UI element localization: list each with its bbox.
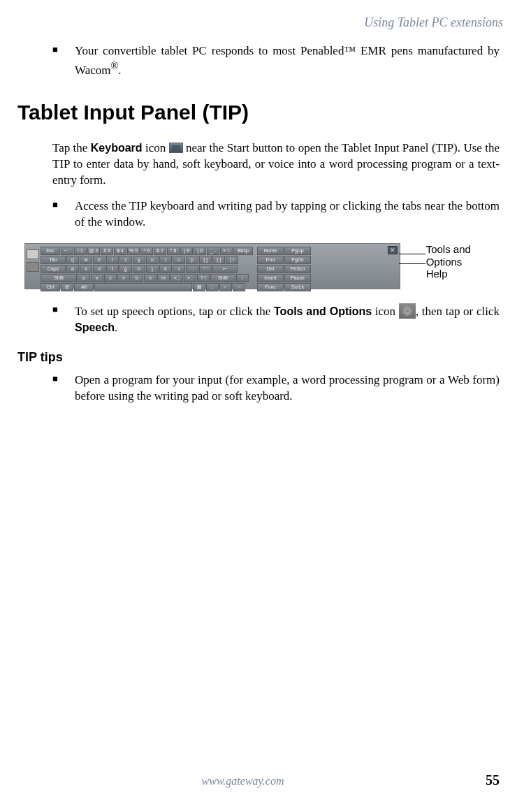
bullet-access: ■ Access the TIP keyboard and writing pa… [52, 198, 507, 231]
intro-bullet-text: Your convertible tablet PC responds to m… [75, 43, 500, 79]
bs-pre: To set up speech options, tap or click t… [75, 305, 274, 318]
p1-mid: icon [143, 141, 169, 154]
bs-post1: , then tap or click [416, 305, 500, 318]
label-speech: Speech [75, 321, 115, 333]
label-tools-options: Tools and Options [274, 305, 372, 317]
bullet-marker: ■ [52, 372, 75, 405]
callout-help: Help [426, 268, 507, 280]
bullet-marker: ■ [52, 303, 75, 336]
bullet-tip: ■ Open a program for your input (for exa… [52, 372, 507, 405]
bullet-access-text: Access the TIP keyboard and writing pad … [75, 198, 500, 231]
page-number: 55 [486, 771, 500, 790]
intro-bullet: ■ Your convertible tablet PC responds to… [52, 43, 507, 79]
tip-keys: Esc~ `! 1@ 2# 3$ 4% 5^ 6& 7* 8( 9) 0_ -+… [41, 247, 397, 286]
callout-labels: Tools and Options Help [426, 243, 507, 280]
bullet-marker: ■ [52, 198, 75, 231]
bullet-speech: ■ To set up speech options, tap or click… [52, 303, 507, 336]
p1-pre: Tap the [52, 141, 91, 154]
bs-post2: . [115, 321, 117, 334]
intro-text-post: . [118, 64, 121, 77]
page-footer: www.gateway.com 55 [0, 771, 524, 790]
heading-tip: Tablet Input Panel (TIP) [17, 99, 507, 127]
tip-side-tabs [27, 249, 39, 275]
bullet-marker: ■ [52, 43, 75, 79]
label-keyboard: Keyboard [91, 142, 143, 154]
tip-keyboard-figure: ✕ Esc~ `! 1@ 2# 3$ 4% 5^ 6& 7* 8( 9) 0_ … [24, 243, 507, 289]
footer-url: www.gateway.com [0, 774, 486, 789]
bullet-speech-text: To set up speech options, tap or click t… [75, 303, 500, 336]
bs-mid: icon [372, 305, 399, 318]
para-tip-intro: Tap the Keyboard icon near the Start but… [52, 140, 500, 189]
keyboard-icon [169, 143, 183, 153]
callout-tools: Tools and Options [426, 243, 507, 268]
tip-keyboard-panel: ✕ Esc~ `! 1@ 2# 3$ 4% 5^ 6& 7* 8( 9) 0_ … [24, 243, 400, 289]
subheading-tip-tips: TIP tips [17, 349, 507, 365]
gear-icon [399, 303, 416, 319]
running-header: Using Tablet PC extensions [17, 14, 507, 31]
bullet-tip-text: Open a program for your input (for examp… [75, 372, 500, 405]
intro-text-pre: Your convertible tablet PC responds to m… [75, 44, 500, 77]
